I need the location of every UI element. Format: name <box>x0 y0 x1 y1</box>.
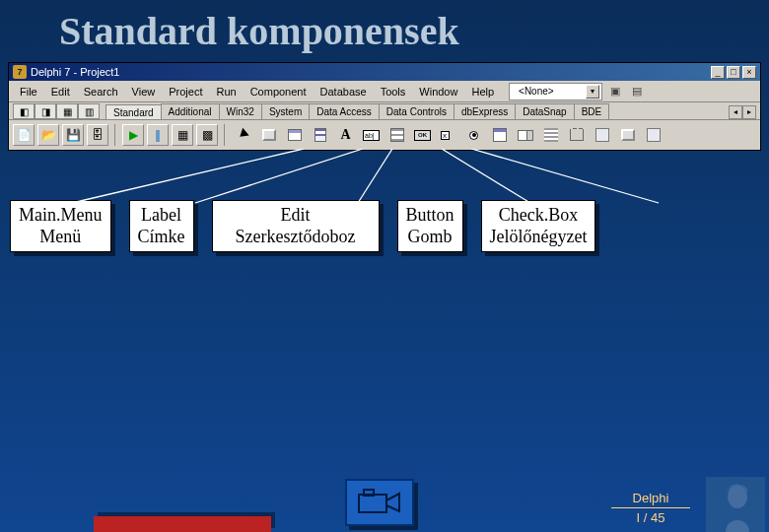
palette-groupbox[interactable] <box>565 124 588 146</box>
toolbar-icon-1[interactable]: ▣ <box>606 83 624 100</box>
close-button[interactable]: × <box>742 66 756 79</box>
pointer-icon <box>240 130 247 140</box>
popupmenu-icon <box>315 128 326 142</box>
svg-line-3 <box>442 149 530 203</box>
label-icon: A <box>340 127 350 143</box>
callout-lines <box>8 151 761 200</box>
toolbar-btn-a[interactable]: ▦ <box>172 124 193 146</box>
menu-database[interactable]: Database <box>314 84 374 100</box>
run-button[interactable]: ▶ <box>122 124 144 146</box>
tab-datasnap[interactable]: DataSnap <box>515 103 574 119</box>
palette-checkbox[interactable]: x <box>437 124 459 146</box>
svg-rect-5 <box>359 495 386 512</box>
save-button[interactable]: 💾 <box>62 124 84 146</box>
actionlist-icon <box>647 128 661 142</box>
listbox-icon <box>493 128 507 142</box>
menu-view[interactable]: View <box>125 84 163 100</box>
tab-system[interactable]: System <box>261 103 310 119</box>
speed-button-4[interactable]: ▥ <box>78 103 100 119</box>
palette-button[interactable]: OK <box>411 124 434 146</box>
menu-run[interactable]: Run <box>209 84 243 100</box>
scrollbar-icon <box>544 128 558 142</box>
speed-button-3[interactable]: ▦ <box>56 103 78 119</box>
radio-icon <box>466 131 482 140</box>
chevron-down-icon[interactable]: ▾ <box>586 85 599 99</box>
config-combo[interactable]: <None> ▾ <box>509 83 602 100</box>
tab-win32[interactable]: Win32 <box>219 103 262 119</box>
edit-icon: ab| <box>363 130 380 141</box>
button-icon: OK <box>414 130 431 141</box>
tab-dataaccess[interactable]: Data Access <box>309 103 380 119</box>
svg-rect-7 <box>364 490 374 496</box>
open-button[interactable]: 📂 <box>37 124 59 146</box>
tab-standard[interactable]: Standard <box>105 104 162 120</box>
minimize-button[interactable]: _ <box>711 66 725 79</box>
menu-help[interactable]: Help <box>464 84 501 100</box>
svg-marker-6 <box>386 494 399 511</box>
palette-popupmenu[interactable] <box>309 124 331 146</box>
menu-edit[interactable]: Edit <box>44 84 77 100</box>
palette-edit[interactable]: ab| <box>360 124 383 146</box>
svg-line-0 <box>72 149 304 203</box>
checkbox-icon: x <box>441 129 456 141</box>
palette-memo[interactable] <box>385 124 408 146</box>
palette-frames[interactable] <box>257 124 280 146</box>
ide-menubar: File Edit Search View Project Run Compon… <box>9 81 760 102</box>
palette-panel[interactable] <box>616 124 639 146</box>
palette-label[interactable]: A <box>334 124 357 146</box>
toolbar-btn-b[interactable]: ▩ <box>196 124 218 146</box>
tab-scroll-left-icon[interactable]: ◂ <box>729 105 742 119</box>
memo-icon <box>390 128 404 142</box>
menu-file[interactable]: File <box>13 84 44 100</box>
palette-listbox[interactable] <box>488 124 511 146</box>
camera-icon <box>358 489 401 516</box>
radiogroup-icon <box>595 128 609 142</box>
tab-dbexpress[interactable]: dbExpress <box>454 103 516 119</box>
menu-component[interactable]: Component <box>244 84 314 100</box>
ide-titlebar: 7 Delphi 7 - Project1 _ □ × <box>9 63 760 81</box>
palette-radiobutton[interactable] <box>462 124 485 146</box>
component-palette: 📄 📂 💾 🗄 ▶ ‖ ▦ ▩ A ab| OK x <box>9 120 760 150</box>
palette-pointer[interactable] <box>232 124 254 146</box>
menu-search[interactable]: Search <box>77 84 125 100</box>
palette-combobox[interactable] <box>514 124 536 146</box>
tab-datacontrols[interactable]: Data Controls <box>379 103 454 119</box>
slide-footer: Delphi I / 45 <box>0 471 769 532</box>
pause-button[interactable]: ‖ <box>147 124 169 146</box>
palette-radiogroup[interactable] <box>591 124 613 146</box>
ide-title-text: Delphi 7 - Project1 <box>31 66 120 78</box>
menu-project[interactable]: Project <box>162 84 209 100</box>
combo-value: <None> <box>512 84 561 99</box>
panel-icon <box>621 129 635 141</box>
palette-actionlist[interactable] <box>642 124 664 146</box>
mainmenu-icon <box>288 129 302 141</box>
delphi-ide-window: 7 Delphi 7 - Project1 _ □ × File Edit Se… <box>8 62 761 151</box>
slide-title: Standard komponensek <box>0 0 769 62</box>
svg-line-4 <box>471 149 659 203</box>
new-button[interactable]: 📄 <box>13 124 35 146</box>
saveall-button[interactable]: 🗄 <box>87 124 108 146</box>
toolbar-icon-2[interactable]: ▤ <box>628 83 646 100</box>
palette-mainmenu[interactable] <box>283 124 306 146</box>
svg-line-2 <box>358 149 392 203</box>
svg-point-9 <box>728 485 747 508</box>
tab-bde[interactable]: BDE <box>574 103 610 119</box>
page-label: Delphi I / 45 <box>611 491 690 526</box>
component-tabs: ◧ ◨ ▦ ▥ Standard Additional Win32 System… <box>9 102 760 120</box>
footer-redbar <box>94 516 271 532</box>
svg-line-1 <box>195 149 363 203</box>
tab-additional[interactable]: Additional <box>161 103 220 119</box>
delphi-logo-icon: 7 <box>13 65 27 79</box>
frames-icon <box>262 129 276 141</box>
camera-button[interactable] <box>345 479 414 526</box>
menu-tools[interactable]: Tools <box>374 84 413 100</box>
maximize-button[interactable]: □ <box>727 66 740 79</box>
speed-button-2[interactable]: ◨ <box>35 103 56 119</box>
tab-scroll-right-icon[interactable]: ▸ <box>742 105 756 119</box>
combobox-icon <box>518 130 533 141</box>
speed-button-1[interactable]: ◧ <box>13 103 35 119</box>
statue-image <box>706 477 765 532</box>
groupbox-icon <box>570 129 584 141</box>
palette-scrollbar[interactable] <box>539 124 562 146</box>
menu-window[interactable]: Window <box>412 84 464 100</box>
